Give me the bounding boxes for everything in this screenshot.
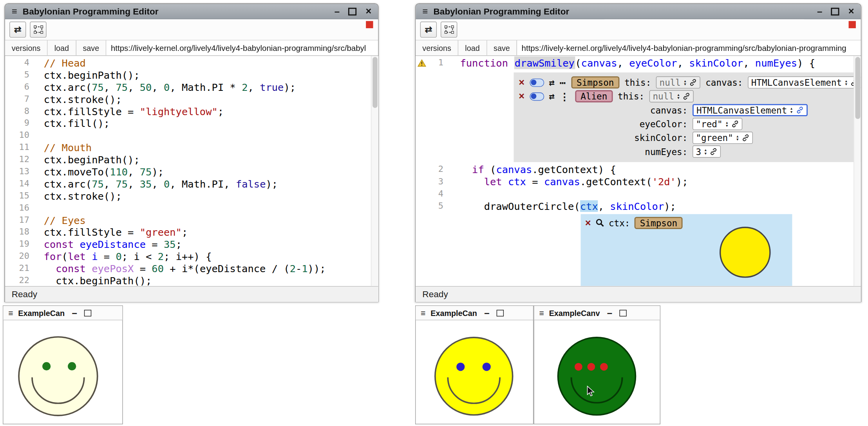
- titlebar[interactable]: ≡ ExampleCanv –: [534, 306, 660, 320]
- example-menu-icon[interactable]: ⋮: [559, 91, 570, 103]
- close-icon[interactable]: ×: [848, 5, 854, 17]
- versions-button[interactable]: versions: [416, 40, 458, 55]
- stepper-icon[interactable]: ▴▾: [704, 148, 707, 155]
- magnifier-icon[interactable]: [595, 219, 604, 228]
- link-icon[interactable]: [742, 134, 750, 142]
- titlebar[interactable]: ≡ ExampleCan –: [416, 306, 533, 320]
- code-line[interactable]: 10: [5, 130, 378, 142]
- menu-icon[interactable]: ≡: [8, 308, 13, 318]
- stepper-icon[interactable]: ▴▾: [844, 79, 848, 86]
- code-line[interactable]: 11// Mouth: [5, 142, 378, 154]
- titlebar[interactable]: ≡ Babylonian Programming Editor – ×: [5, 4, 378, 20]
- maximize-icon[interactable]: [497, 310, 504, 316]
- link-icon[interactable]: [683, 93, 691, 101]
- stepper-icon[interactable]: ▴▾: [790, 107, 793, 114]
- versions-button[interactable]: versions: [5, 40, 48, 55]
- titlebar[interactable]: ≡ Babylonian Programming Editor – ×: [416, 4, 861, 20]
- example-badge[interactable]: Simpson: [571, 77, 620, 89]
- code-line[interactable]: 3 let ctx = canvas.getContext('2d');: [416, 176, 861, 188]
- code-line[interactable]: 18ctx.fillStyle = "green";: [5, 227, 378, 239]
- warning-icon[interactable]: [418, 59, 427, 67]
- scrollbar[interactable]: [854, 56, 861, 286]
- example-menu-icon[interactable]: ⋯: [559, 77, 566, 88]
- example-canvas[interactable]: [416, 320, 533, 424]
- code-line[interactable]: 5ctx.beginPath();: [5, 69, 378, 81]
- stepper-icon[interactable]: ▴▾: [677, 93, 680, 100]
- code-line[interactable]: 22 ctx.beginPath();: [5, 275, 378, 286]
- swap-button[interactable]: ⇄: [9, 22, 26, 38]
- minimize-icon[interactable]: –: [335, 9, 340, 14]
- scrollbar-thumb[interactable]: [373, 57, 378, 108]
- code-line[interactable]: 21 const eyePosX = 60 + i*(eyeDistance /…: [5, 263, 378, 275]
- code-line[interactable]: 7ctx.stroke();: [5, 93, 378, 105]
- code-line[interactable]: 9ctx.fill();: [5, 117, 378, 130]
- param-value-box[interactable]: null ▴▾: [649, 90, 694, 103]
- minimize-icon[interactable]: –: [817, 9, 822, 14]
- code-line[interactable]: 1function drawSmiley(canvas, eyeColor, s…: [416, 57, 861, 69]
- menu-icon[interactable]: ≡: [422, 6, 428, 17]
- param-value-box[interactable]: "red" ▴▾: [693, 118, 742, 130]
- minimize-icon[interactable]: –: [72, 310, 77, 316]
- code-line[interactable]: 8ctx.fillStyle = "lightyellow";: [5, 105, 378, 117]
- example-toggle[interactable]: [530, 92, 544, 101]
- code-line[interactable]: 4: [416, 188, 861, 200]
- code-line[interactable]: 12ctx.beginPath();: [5, 154, 378, 166]
- link-icon[interactable]: [796, 106, 804, 114]
- swap-icon[interactable]: ⇄: [549, 77, 554, 88]
- example-canvas[interactable]: [3, 320, 122, 424]
- probe-badge[interactable]: Simpson: [635, 217, 683, 229]
- select-frame-button[interactable]: [30, 22, 46, 38]
- menu-icon[interactable]: ≡: [12, 6, 17, 17]
- delete-example-icon[interactable]: ×: [519, 78, 524, 87]
- save-button[interactable]: save: [487, 40, 517, 55]
- code-line[interactable]: 20for(let i = 0; i < 2; i++) {: [5, 251, 378, 263]
- param-value-box[interactable]: 3 ▴▾: [693, 146, 721, 158]
- stepper-icon[interactable]: ▴▾: [736, 134, 739, 141]
- maximize-icon[interactable]: [349, 7, 357, 15]
- scrollbar-thumb[interactable]: [855, 57, 861, 119]
- menu-icon[interactable]: ≡: [421, 308, 425, 318]
- code-line[interactable]: 2 if (canvas.getContext) {: [416, 164, 861, 176]
- delete-probe-icon[interactable]: ×: [585, 218, 591, 228]
- link-icon[interactable]: [710, 148, 718, 156]
- swap-icon[interactable]: ⇄: [549, 91, 554, 102]
- link-icon[interactable]: [731, 120, 739, 128]
- code-editor[interactable]: 4// Head5ctx.beginPath();6ctx.arc(75, 75…: [5, 56, 378, 286]
- save-button[interactable]: save: [76, 40, 106, 55]
- maximize-icon[interactable]: [620, 310, 627, 316]
- code-line[interactable]: 19const eyeDistance = 35;: [5, 238, 378, 251]
- close-icon[interactable]: ×: [365, 5, 371, 17]
- minimize-icon[interactable]: –: [607, 310, 612, 316]
- code-line[interactable]: 6ctx.arc(75, 75, 50, 0, Math.PI * 2, tru…: [5, 81, 378, 93]
- code-line[interactable]: 4// Head: [5, 57, 378, 69]
- code-line[interactable]: 13ctx.moveTo(110, 75);: [5, 166, 378, 178]
- titlebar[interactable]: ≡ ExampleCan –: [3, 306, 122, 320]
- load-button[interactable]: load: [458, 40, 487, 55]
- url-field[interactable]: https://lively-kernel.org/lively4/lively…: [107, 40, 378, 55]
- swap-button[interactable]: ⇄: [420, 22, 437, 38]
- code-line[interactable]: 16: [5, 202, 378, 215]
- delete-example-icon[interactable]: ×: [519, 92, 524, 101]
- example-canvas[interactable]: [534, 320, 660, 424]
- stepper-icon[interactable]: ▴▾: [684, 79, 687, 86]
- minimize-icon[interactable]: –: [484, 310, 489, 316]
- param-value-box[interactable]: HTMLCanvasElement ▴▾: [693, 104, 807, 116]
- url-field[interactable]: https://lively-kernel.org/lively4/lively…: [517, 40, 861, 55]
- code-editor[interactable]: 1function drawSmiley(canvas, eyeColor, s…: [416, 56, 861, 286]
- stepper-icon[interactable]: ▴▾: [725, 121, 729, 128]
- param-value-box[interactable]: null ▴▾: [656, 77, 700, 89]
- scrollbar[interactable]: [371, 56, 378, 286]
- example-badge[interactable]: Alien: [575, 90, 613, 103]
- code-line[interactable]: 17// Eyes: [5, 215, 378, 227]
- param-value-box[interactable]: "green" ▴▾: [693, 132, 753, 144]
- maximize-icon[interactable]: [84, 310, 91, 316]
- code-line[interactable]: 14ctx.arc(75, 75, 35, 0, Math.PI, false)…: [5, 178, 378, 190]
- param-value-box[interactable]: HTMLCanvasElement ▴▾: [748, 77, 861, 89]
- link-icon[interactable]: [689, 79, 697, 87]
- example-toggle[interactable]: [530, 78, 544, 87]
- code-line[interactable]: 15ctx.stroke();: [5, 190, 378, 202]
- menu-icon[interactable]: ≡: [539, 308, 544, 318]
- maximize-icon[interactable]: [831, 7, 839, 15]
- select-frame-button[interactable]: [441, 22, 457, 38]
- code-line[interactable]: 5 drawOuterCircle(ctx, skinColor);: [416, 200, 861, 212]
